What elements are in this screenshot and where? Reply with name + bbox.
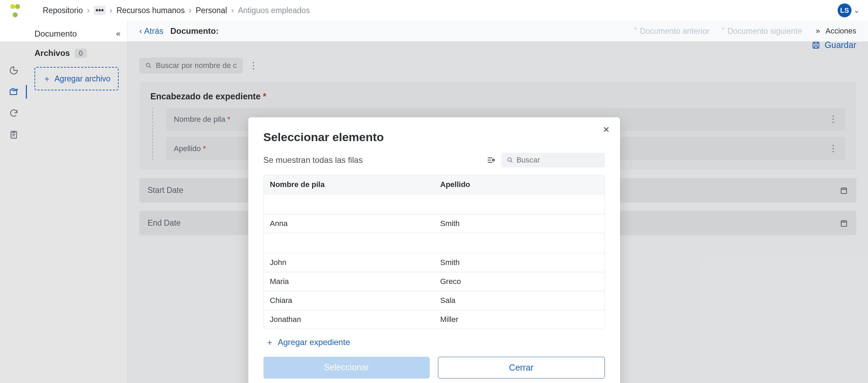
prev-doc-button[interactable]: ˄ Documento anterior — [633, 27, 709, 36]
back-label: Atrás — [144, 26, 163, 36]
breadcrumb-ellipsis[interactable]: ••• — [94, 6, 106, 15]
cell-last-name: Sala — [434, 291, 605, 310]
cell-first-name — [264, 233, 434, 253]
chevron-up-icon: ˄ — [633, 27, 638, 36]
svg-point-5 — [492, 159, 494, 161]
back-button[interactable]: ‹ Atrás — [139, 26, 163, 36]
cell-last-name: Miller — [434, 310, 605, 329]
breadcrumb-hr[interactable]: Recursos humanos — [117, 6, 185, 15]
cell-first-name: Maria — [264, 272, 434, 291]
modal-search-input[interactable] — [516, 156, 599, 165]
search-icon — [507, 157, 513, 164]
chevron-right-icon: › — [87, 6, 90, 15]
table-row[interactable]: JonathanMiller — [264, 310, 605, 329]
table-header: Nombre de pila Apellido — [264, 175, 605, 194]
user-menu[interactable]: LS ⌄ — [838, 3, 860, 17]
modal-search[interactable] — [501, 153, 605, 167]
chevron-left-icon: ‹ — [139, 26, 142, 36]
cell-first-name: Chiara — [264, 291, 434, 310]
plus-icon: ＋ — [266, 337, 274, 348]
table-row[interactable]: ChiaraSala — [264, 291, 605, 310]
expand-right-icon[interactable]: » — [816, 27, 820, 36]
chevron-right-icon: › — [189, 6, 192, 15]
cell-first-name: Jonathan — [264, 310, 434, 329]
avatar: LS — [838, 3, 851, 17]
doc-nav: ˄ Documento anterior ˅ Documento siguien… — [633, 27, 802, 36]
select-element-modal: ✕ Seleccionar elemento Se muestran todas… — [248, 117, 620, 383]
cell-last-name: Smith — [434, 253, 605, 272]
table-row[interactable]: JohnSmith — [264, 253, 605, 272]
breadcrumb: Repositorio › ••• › Recursos humanos › P… — [43, 6, 310, 15]
table-row[interactable]: MariaGreco — [264, 272, 605, 291]
close-button[interactable]: Cerrar — [438, 357, 605, 379]
add-record-label: Agregar expediente — [278, 337, 350, 347]
cell-last-name: Greco — [434, 272, 605, 291]
chevron-right-icon: › — [110, 6, 112, 15]
svg-point-6 — [508, 158, 511, 161]
modal-subtext: Se muestran todas las filas — [263, 155, 363, 165]
cell-last-name: Smith — [434, 214, 605, 233]
close-icon[interactable]: ✕ — [603, 125, 610, 135]
cell-first-name — [264, 194, 434, 214]
filter-icon[interactable] — [486, 156, 495, 165]
chevron-right-icon: › — [231, 6, 234, 15]
modal-overlay: ✕ Seleccionar elemento Se muestran todas… — [0, 41, 868, 383]
actions-label[interactable]: Acciones — [826, 27, 856, 36]
col-first-name[interactable]: Nombre de pila — [264, 175, 434, 194]
cell-last-name — [434, 233, 605, 253]
collapse-left-icon[interactable]: « — [116, 29, 120, 38]
document-label: Documento: — [170, 26, 219, 36]
app-logo — [8, 3, 22, 17]
cell-first-name: Anna — [264, 214, 434, 233]
breadcrumb-repo[interactable]: Repositorio — [43, 6, 83, 15]
chevron-down-icon: ⌄ — [854, 6, 860, 15]
cell-first-name: John — [264, 253, 434, 272]
modal-title: Seleccionar elemento — [263, 130, 605, 144]
table-row[interactable]: AnnaSmith — [264, 214, 605, 233]
breadcrumb-current: Antiguos empleados — [238, 6, 310, 15]
table-row[interactable] — [264, 194, 605, 214]
topbar: Repositorio › ••• › Recursos humanos › P… — [0, 0, 868, 21]
chevron-down-icon: ˅ — [721, 27, 725, 36]
results-table: Nombre de pila Apellido AnnaSmithJohnSmi… — [263, 175, 605, 329]
add-record-button[interactable]: ＋ Agregar expediente — [263, 337, 605, 348]
table-row[interactable] — [264, 233, 605, 253]
breadcrumb-personal[interactable]: Personal — [196, 6, 227, 15]
select-button[interactable]: Seleccionar — [263, 357, 430, 379]
cell-last-name — [434, 194, 605, 214]
panel-title: Documento — [34, 29, 77, 39]
col-last-name[interactable]: Apellido — [434, 175, 605, 194]
next-doc-button[interactable]: ˅ Documento siguiente — [721, 27, 802, 36]
